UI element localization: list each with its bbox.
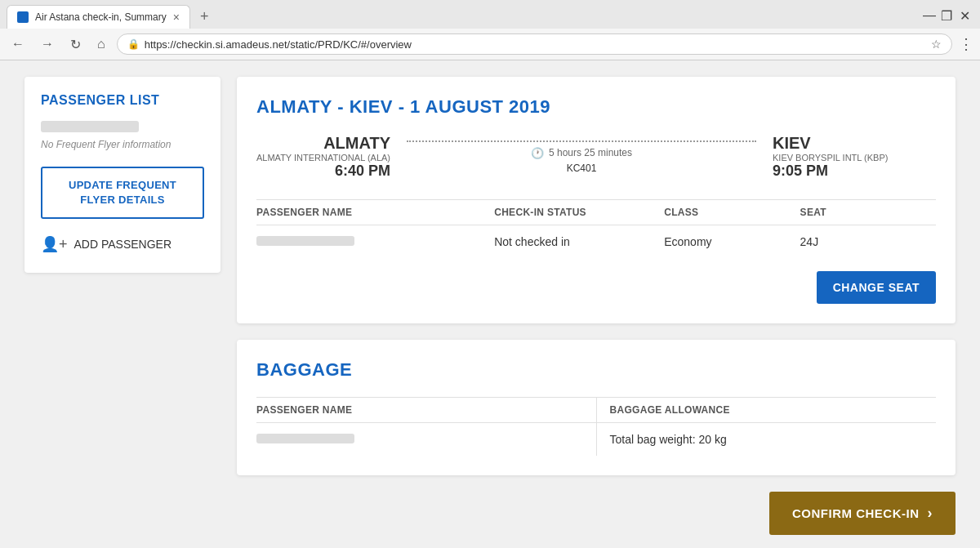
active-tab[interactable]: Air Astana check-in, Summary × [7,5,190,29]
address-bar[interactable]: 🔒 https://checkin.si.amadeus.net/static/… [117,33,952,55]
flight-duration: 5 hours 25 minutes [549,147,632,158]
add-passenger-label: ADD PASSENGER [74,238,172,251]
baggage-passenger-name [256,423,596,457]
baggage-row: Total bag weight: 20 kg [256,423,936,457]
flight-number: KC401 [567,163,597,174]
passenger-avatar [41,121,139,132]
passenger-list-card: PASSENGER LIST No Frequent Flyer informa… [24,77,220,273]
baggage-col-allowance: BAGGAGE ALLOWANCE [596,398,936,423]
window-controls: — ❐ ✕ [923,8,970,20]
no-frequent-flyer-text: No Frequent Flyer information [41,139,204,150]
home-btn[interactable]: ⌂ [92,35,110,53]
reload-btn[interactable]: ↻ [65,35,86,54]
arrival-info: KIEV KIEV BORYSPIL INTL (KBP) 9:05 PM [773,134,936,180]
add-passenger-button[interactable]: 👤+ ADD PASSENGER [41,232,172,256]
seat-cell: 24J [800,225,936,259]
baggage-header-row: PASSENGER NAME BAGGAGE ALLOWANCE [256,398,936,423]
back-btn[interactable]: ← [7,35,29,53]
page-layout: PASSENGER LIST No Frequent Flyer informa… [8,60,972,548]
arrival-city: KIEV [773,134,936,153]
confirm-btn-label: CONFIRM CHECK-IN [792,506,920,520]
departure-time: 6:40 PM [256,163,390,180]
table-row: Not checked in Economy 24J [256,225,936,259]
tab-title: Air Astana check-in, Summary [35,11,167,23]
tab-favicon [17,11,29,23]
route-line [407,140,756,142]
flight-route: ALMATY ALMATY INTERNATIONAL (ALA) 6:40 P… [256,134,936,180]
baggage-title: BAGGAGE [256,359,936,381]
change-seat-row: CHANGE SEAT [256,271,936,304]
passenger-table: PASSENGER NAME CHECK-IN STATUS CLASS SEA… [256,199,936,258]
col-class: CLASS [664,200,800,225]
confirm-checkin-button[interactable]: CONFIRM CHECK-IN › [769,492,956,535]
departure-airport: ALMATY INTERNATIONAL (ALA) [256,153,390,163]
table-header-row: PASSENGER NAME CHECK-IN STATUS CLASS SEA… [256,200,936,225]
col-passenger-name: PASSENGER NAME [256,200,494,225]
col-checkin-status: CHECK-IN STATUS [494,200,664,225]
class-cell: Economy [664,225,800,259]
flight-title: ALMATY - KIEV - 1 AUGUST 2019 [256,96,936,118]
main-content: ALMATY - KIEV - 1 AUGUST 2019 ALMATY ALM… [237,77,956,548]
flight-card: ALMATY - KIEV - 1 AUGUST 2019 ALMATY ALM… [237,77,956,323]
checkin-status-cell: Not checked in [494,225,664,259]
sidebar: PASSENGER LIST No Frequent Flyer informa… [24,77,220,548]
extensions-icon[interactable]: ⋮ [959,35,973,53]
tab-close-btn[interactable]: × [173,11,180,24]
col-seat: SEAT [800,200,936,225]
passenger-name-cell [256,225,494,259]
browser-controls: ← → ↻ ⌂ 🔒 https://checkin.si.amadeus.net… [0,29,980,60]
baggage-passenger-placeholder [256,434,354,443]
update-frequent-flyer-button[interactable]: UPDATE FREQUENT FLYER DETAILS [41,167,204,219]
baggage-table: PASSENGER NAME BAGGAGE ALLOWANCE Total b… [256,397,936,456]
arrival-airport: KIEV BORYSPIL INTL (KBP) [773,153,936,163]
lock-icon: 🔒 [127,38,140,50]
baggage-col-name: PASSENGER NAME [256,398,596,423]
tab-bar: Air Astana check-in, Summary × + — ❐ ✕ [0,0,980,29]
arrival-time: 9:05 PM [773,163,936,180]
passenger-name-placeholder [256,236,354,246]
flight-middle: 🕐 5 hours 25 minutes KC401 [390,140,773,174]
confirm-section: CONFIRM CHECK-IN › [237,492,956,548]
confirm-arrow-icon: › [928,505,933,522]
departure-city: ALMATY [256,134,390,153]
forward-btn[interactable]: → [36,35,59,53]
baggage-allowance-cell: Total bag weight: 20 kg [596,423,936,457]
minimize-btn[interactable]: — [923,8,934,20]
clock-icon: 🕐 [531,147,544,159]
add-passenger-icon: 👤+ [41,235,68,253]
new-tab-btn[interactable]: + [194,8,216,25]
baggage-card: BAGGAGE PASSENGER NAME BAGGAGE ALLOWANCE… [237,340,956,475]
duration-row: 🕐 5 hours 25 minutes [531,147,632,159]
restore-btn[interactable]: ❐ [941,8,952,20]
passenger-list-title: PASSENGER LIST [41,93,204,108]
bookmark-icon[interactable]: ☆ [931,38,942,51]
departure-info: ALMATY ALMATY INTERNATIONAL (ALA) 6:40 P… [256,134,390,180]
change-seat-button[interactable]: CHANGE SEAT [817,271,936,304]
close-btn[interactable]: ✕ [959,8,970,20]
address-text: https://checkin.si.amadeus.net/static/PR… [145,38,926,51]
